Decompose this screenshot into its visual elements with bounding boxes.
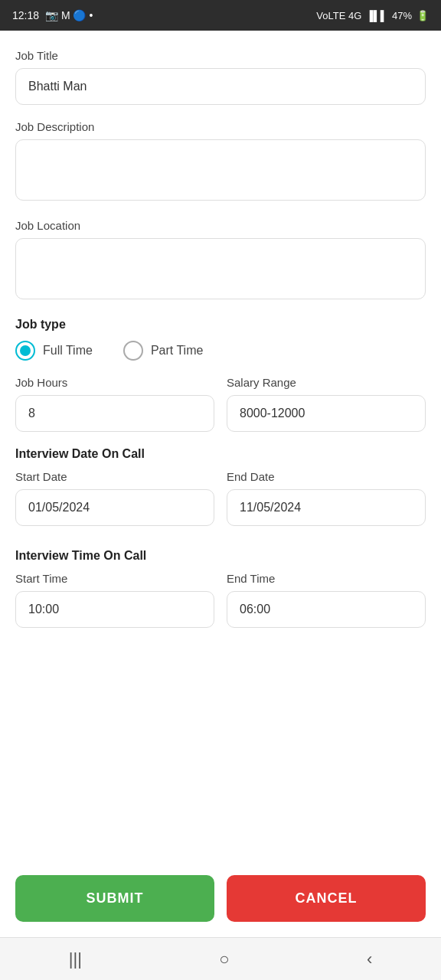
date-row: Start Date End Date [15, 470, 426, 541]
time-row: Start Time End Time [15, 572, 426, 643]
end-date-group: End Date [227, 470, 426, 526]
job-location-label: Job Location [15, 219, 426, 232]
status-bar: 12:18 📷 M 🔵 • VoLTE 4G ▐▌▌ 47% 🔋 [0, 0, 441, 31]
job-description-label: Job Description [15, 120, 426, 133]
job-type-radio-group: Full Time Part Time [15, 341, 426, 361]
job-hours-group: Job Hours [15, 376, 214, 432]
salary-range-group: Salary Range [227, 376, 426, 432]
status-network: VoLTE 4G [316, 10, 361, 21]
end-date-label: End Date [227, 470, 426, 483]
full-time-option[interactable]: Full Time [15, 341, 93, 361]
job-type-label: Job type [15, 318, 426, 332]
status-time: 12:18 [12, 9, 39, 21]
start-date-group: Start Date [15, 470, 214, 526]
interview-date-section: Interview Date On Call Start Date End Da… [15, 447, 426, 541]
part-time-option[interactable]: Part Time [123, 341, 203, 361]
part-time-radio[interactable] [123, 341, 143, 361]
end-date-input[interactable] [227, 489, 426, 526]
interview-date-label: Interview Date On Call [15, 447, 426, 461]
button-row: SUBMIT CANCEL [0, 863, 441, 937]
hours-salary-row: Job Hours Salary Range [15, 376, 426, 447]
part-time-label: Part Time [151, 344, 203, 358]
full-time-radio[interactable] [15, 341, 35, 361]
job-title-label: Job Title [15, 49, 426, 62]
status-battery: 47% [392, 10, 412, 21]
end-time-group: End Time [227, 572, 426, 628]
end-time-input[interactable] [227, 591, 426, 628]
interview-time-label: Interview Time On Call [15, 549, 426, 563]
status-signal: ▐▌▌ [366, 10, 387, 21]
form-container: Job Title Job Description Job Location J… [0, 31, 441, 863]
full-time-label: Full Time [43, 344, 93, 358]
start-time-label: Start Time [15, 572, 214, 585]
salary-range-input[interactable] [227, 395, 426, 432]
job-description-input[interactable] [15, 139, 426, 201]
job-title-group: Job Title [15, 49, 426, 105]
start-time-group: Start Time [15, 572, 214, 628]
nav-bar: ||| ○ ‹ [0, 937, 441, 980]
start-time-input[interactable] [15, 591, 214, 628]
end-time-label: End Time [227, 572, 426, 585]
start-date-label: Start Date [15, 470, 214, 483]
cancel-button[interactable]: CANCEL [227, 875, 426, 922]
nav-back-icon[interactable]: ‹ [367, 949, 372, 969]
job-location-group: Job Location [15, 219, 426, 302]
submit-button[interactable]: SUBMIT [15, 875, 214, 922]
nav-home-icon[interactable]: ○ [219, 949, 229, 969]
job-hours-input[interactable] [15, 395, 214, 432]
salary-range-label: Salary Range [227, 376, 426, 389]
job-type-group: Job type Full Time Part Time [15, 318, 426, 361]
job-title-input[interactable] [15, 68, 426, 105]
job-location-input[interactable] [15, 238, 426, 299]
interview-time-section: Interview Time On Call Start Time End Ti… [15, 549, 426, 643]
job-hours-label: Job Hours [15, 376, 214, 389]
status-icons: 📷 M 🔵 • [45, 9, 93, 21]
job-description-group: Job Description [15, 120, 426, 204]
nav-recent-icon[interactable]: ||| [69, 949, 82, 969]
start-date-input[interactable] [15, 489, 214, 526]
battery-icon: 🔋 [416, 10, 429, 21]
